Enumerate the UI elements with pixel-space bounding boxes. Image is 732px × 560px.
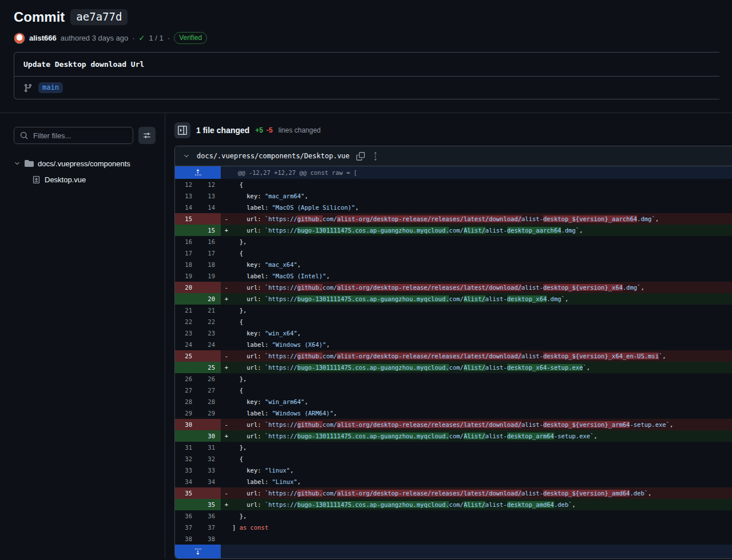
old-line-number[interactable]: 26 <box>175 373 198 385</box>
old-line-number[interactable]: 34 <box>175 476 198 487</box>
old-line-number[interactable]: 24 <box>175 339 198 350</box>
old-line-number[interactable]: 23 <box>175 327 198 339</box>
new-line-number[interactable]: 38 <box>198 533 221 545</box>
old-line-number[interactable] <box>175 293 198 305</box>
old-line-number[interactable]: 27 <box>175 385 198 396</box>
tree-folder-label: docs/.vuepress/components <box>38 159 130 168</box>
new-line-number[interactable]: 27 <box>198 385 221 396</box>
code-line: }, <box>232 510 246 522</box>
diff-marker <box>221 522 232 533</box>
expand-up-button[interactable] <box>175 166 221 179</box>
old-line-number[interactable] <box>175 430 198 442</box>
old-line-number[interactable]: 21 <box>175 305 198 316</box>
new-line-number[interactable]: 33 <box>198 465 221 476</box>
new-line-number[interactable]: 23 <box>198 327 221 339</box>
author-name[interactable]: alist666 <box>29 34 57 42</box>
new-line-number[interactable]: 32 <box>198 453 221 465</box>
hunk-header-text: @@ -12,27 +12,27 @@ const raw = [ <box>221 166 732 179</box>
tree-folder-row[interactable]: docs/.vuepress/components <box>14 155 156 171</box>
diff-file-path[interactable]: docs/.vuepress/components/Desktop.vue <box>197 152 349 160</box>
old-line-number[interactable] <box>175 499 198 510</box>
new-line-number[interactable]: 34 <box>198 476 221 487</box>
checks-count[interactable]: 1 / 1 <box>149 34 164 42</box>
code-line: label: "Linux", <box>232 476 301 487</box>
new-line-number[interactable]: 13 <box>198 190 221 202</box>
new-line-number[interactable]: 15 <box>198 225 221 236</box>
diff-row-context: 1212 { <box>175 179 732 190</box>
code-line: key: "win_x64", <box>232 327 301 339</box>
new-line-number[interactable] <box>198 213 221 225</box>
page-title: Commit <box>14 9 65 25</box>
old-line-number[interactable]: 14 <box>175 202 198 213</box>
diff-marker: + <box>221 430 232 442</box>
code-line: label: "Windows (X64)", <box>232 339 330 350</box>
new-line-number[interactable]: 22 <box>198 316 221 327</box>
new-line-number[interactable]: 30 <box>198 430 221 442</box>
old-line-number[interactable] <box>175 362 198 373</box>
avatar[interactable] <box>14 33 25 44</box>
old-line-number[interactable]: 38 <box>175 533 198 545</box>
new-line-number[interactable]: 26 <box>198 373 221 385</box>
new-line-number[interactable]: 36 <box>198 510 221 522</box>
expand-down-button[interactable] <box>175 545 221 558</box>
commit-message: Update Desktop download Url <box>14 53 719 76</box>
old-line-number[interactable]: 33 <box>175 465 198 476</box>
old-line-number[interactable]: 36 <box>175 510 198 522</box>
old-line-number[interactable]: 18 <box>175 259 198 270</box>
branch-label[interactable]: main <box>38 82 63 93</box>
old-line-number[interactable]: 37 <box>175 522 198 533</box>
old-line-number[interactable]: 35 <box>175 487 198 499</box>
additions-count: +5 <box>255 126 263 134</box>
collapse-file-tree-button[interactable] <box>174 122 190 138</box>
diff-row-context: 2222 { <box>175 316 732 327</box>
old-line-number[interactable]: 17 <box>175 247 198 259</box>
diff-row-context: 2424 label: "Windows (X64)", <box>175 339 732 350</box>
new-line-number[interactable]: 21 <box>198 305 221 316</box>
new-line-number[interactable]: 17 <box>198 247 221 259</box>
old-line-number[interactable]: 31 <box>175 442 198 453</box>
verified-badge[interactable]: Verified <box>174 32 207 44</box>
new-line-number[interactable]: 12 <box>198 179 221 190</box>
old-line-number[interactable] <box>175 225 198 236</box>
new-line-number[interactable]: 31 <box>198 442 221 453</box>
new-line-number[interactable]: 14 <box>198 202 221 213</box>
new-line-number[interactable] <box>198 487 221 499</box>
old-line-number[interactable]: 25 <box>175 350 198 362</box>
old-line-number[interactable]: 29 <box>175 407 198 419</box>
old-line-number[interactable]: 20 <box>175 282 198 293</box>
drag-handle-icon[interactable] <box>372 152 379 161</box>
chevron-down-icon[interactable] <box>183 153 190 159</box>
tree-file-row[interactable]: Desktop.vue <box>14 171 156 187</box>
code-line: label: "MacOS (Intel)", <box>232 270 330 282</box>
new-line-number[interactable] <box>198 419 221 430</box>
commit-message-box: Update Desktop download Url main <box>14 52 719 99</box>
old-line-number[interactable]: 19 <box>175 270 198 282</box>
code-line: url: `https://github.com/alist-org/deskt… <box>232 487 651 499</box>
filter-options-button[interactable] <box>138 127 156 144</box>
old-line-number[interactable]: 28 <box>175 396 198 407</box>
new-line-number[interactable] <box>198 350 221 362</box>
new-line-number[interactable]: 25 <box>198 362 221 373</box>
code-line: }, <box>232 442 246 453</box>
old-line-number[interactable]: 16 <box>175 236 198 247</box>
code-line: url: `https://bugo-1301111475.cos.ap-gua… <box>232 293 568 305</box>
old-line-number[interactable]: 32 <box>175 453 198 465</box>
new-line-number[interactable]: 16 <box>198 236 221 247</box>
old-line-number[interactable]: 22 <box>175 316 198 327</box>
old-line-number[interactable]: 13 <box>175 190 198 202</box>
copy-path-icon[interactable] <box>356 152 365 161</box>
new-line-number[interactable]: 37 <box>198 522 221 533</box>
filter-files-input[interactable] <box>32 131 127 141</box>
new-line-number[interactable]: 19 <box>198 270 221 282</box>
new-line-number[interactable]: 28 <box>198 396 221 407</box>
new-line-number[interactable]: 35 <box>198 499 221 510</box>
new-line-number[interactable]: 29 <box>198 407 221 419</box>
new-line-number[interactable] <box>198 282 221 293</box>
old-line-number[interactable]: 15 <box>175 213 198 225</box>
new-line-number[interactable]: 18 <box>198 259 221 270</box>
new-line-number[interactable]: 24 <box>198 339 221 350</box>
new-line-number[interactable]: 20 <box>198 293 221 305</box>
code-line: label: "MacOS (Apple Silicon)", <box>232 202 359 213</box>
old-line-number[interactable]: 12 <box>175 179 198 190</box>
old-line-number[interactable]: 30 <box>175 419 198 430</box>
